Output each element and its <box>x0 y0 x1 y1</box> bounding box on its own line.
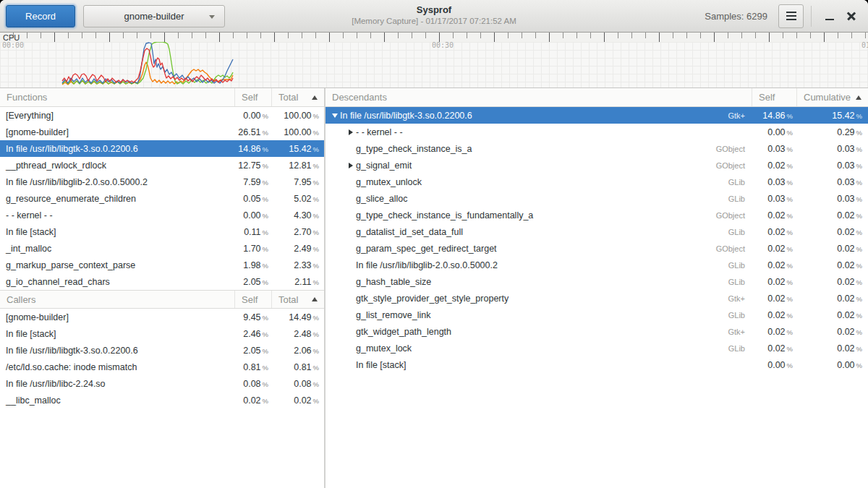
percent-sign: % <box>856 228 862 236</box>
percent-sign: % <box>263 347 268 355</box>
cumulative-percent: 0.03% <box>797 144 868 154</box>
total-percent: 2.33% <box>272 260 324 270</box>
percent-sign: % <box>787 145 793 153</box>
percent-sign: % <box>787 195 793 203</box>
table-row[interactable]: _int_malloc 1.70% 2.49% <box>0 240 324 257</box>
table-row[interactable]: [gnome-builder] 26.51% 100.00% <box>0 124 324 140</box>
self-percent: 0.02% <box>752 244 797 254</box>
total-percent: 0.02% <box>272 395 324 406</box>
table-row[interactable]: g_type_check_instance_is_fundamentally_a… <box>326 207 868 223</box>
table-row[interactable]: In file [stack] 0.00% 0.00% <box>326 356 868 373</box>
table-row[interactable]: In file /usr/lib/libc-2.24.so 0.08% 0.08… <box>0 375 324 392</box>
descendant-name: g_datalist_id_set_data_full <box>356 227 463 237</box>
cumulative-percent: 0.02% <box>797 310 868 320</box>
table-row[interactable]: g_signal_emit GObject 0.02% 0.03% <box>326 157 868 174</box>
table-row[interactable]: g_hash_table_size GLib 0.02% 0.02% <box>326 273 868 290</box>
menu-button[interactable] <box>778 4 804 28</box>
table-row[interactable]: g_markup_parse_context_parse 1.98% 2.33% <box>0 257 324 273</box>
expander-icon[interactable] <box>346 129 356 135</box>
table-row[interactable]: In file /usr/lib/libglib-2.0.so.0.5000.2… <box>0 174 324 190</box>
column-header-self[interactable]: Self <box>235 88 272 106</box>
percent-sign: % <box>313 330 319 338</box>
percent-sign: % <box>263 179 268 187</box>
target-selector-dropdown[interactable]: gnome-builder <box>83 5 225 27</box>
record-button[interactable]: Record <box>6 5 75 27</box>
column-header-callers[interactable]: Callers <box>0 291 235 308</box>
table-row[interactable]: g_list_remove_link GLib 0.02% 0.02% <box>326 307 868 323</box>
table-row[interactable]: g_type_check_instance_is_a GObject 0.03%… <box>326 140 868 157</box>
self-percent: 1.70% <box>235 244 272 254</box>
table-row[interactable]: g_io_channel_read_chars 2.05% 2.11% <box>0 273 324 290</box>
column-header-total[interactable]: Total <box>272 291 324 308</box>
percent-sign: % <box>313 262 319 270</box>
table-row[interactable]: g_resource_enumerate_children 0.05% 5.02… <box>0 190 324 207</box>
percent-sign: % <box>263 145 268 153</box>
self-percent: 0.81% <box>235 362 272 372</box>
sysprof-window: Record gnome-builder Sysprof [Memory Cap… <box>0 0 868 488</box>
column-header-descendants[interactable]: Descendants <box>326 88 752 106</box>
self-percent: 1.98% <box>235 260 272 270</box>
self-percent: 14.86% <box>752 111 797 121</box>
table-row[interactable]: In file /usr/lib/libgtk-3.so.0.2200.6 14… <box>0 140 324 157</box>
descendant-name: - - kernel - - <box>356 127 403 137</box>
table-row[interactable]: [gnome-builder] 9.45% 14.49% <box>0 309 324 325</box>
cpu-timeline[interactable]: CPU 00:00 00:30 01:00 <box>0 33 868 88</box>
table-row[interactable]: - - kernel - - 0.00% 0.29% <box>326 124 868 140</box>
percent-sign: % <box>263 262 268 270</box>
self-percent: 2.05% <box>235 346 272 356</box>
table-row[interactable]: g_mutex_unlock GLib 0.03% 0.03% <box>326 174 868 190</box>
total-percent: 2.49% <box>272 244 324 254</box>
time-label-end: 01:00 <box>861 41 868 49</box>
cumulative-percent: 0.03% <box>797 177 868 187</box>
percent-sign: % <box>856 195 862 203</box>
self-percent: 2.05% <box>235 277 272 287</box>
table-row[interactable]: __libc_malloc 0.02% 0.02% <box>0 392 324 408</box>
table-row[interactable]: gtk_widget_path_length Gtk+ 0.02% 0.02% <box>326 323 868 340</box>
minimize-button[interactable] <box>819 4 841 28</box>
percent-sign: % <box>856 145 862 153</box>
percent-sign: % <box>263 397 268 405</box>
library-badge: GLib <box>702 228 752 236</box>
table-row[interactable]: In file /usr/lib/libgtk-3.so.0.2200.6 2.… <box>0 342 324 359</box>
table-row[interactable]: In file /usr/lib/libglib-2.0.so.0.5000.2… <box>326 257 868 273</box>
table-row[interactable]: [Everything] 0.00% 100.00% <box>0 107 324 124</box>
close-button[interactable] <box>841 4 862 28</box>
column-header-cumulative[interactable]: Cumulative <box>797 88 868 106</box>
cpu-line-green <box>62 42 233 84</box>
table-row[interactable]: - - kernel - - 0.00% 4.30% <box>0 207 324 223</box>
percent-sign: % <box>787 112 793 120</box>
close-icon <box>846 11 856 21</box>
function-name: g_io_channel_read_chars <box>0 277 235 287</box>
table-row[interactable]: gtk_style_provider_get_style_property Gt… <box>326 290 868 307</box>
table-row[interactable]: g_param_spec_get_redirect_target GObject… <box>326 240 868 257</box>
self-percent: 0.00% <box>752 127 797 137</box>
time-label-middle: 00:30 <box>432 41 454 49</box>
function-name: [gnome-builder] <box>0 127 235 137</box>
library-badge: GObject <box>702 244 752 253</box>
descendant-name: g_list_remove_link <box>356 310 431 320</box>
table-row[interactable]: In file [stack] 0.11% 2.70% <box>0 223 324 240</box>
descendant-name: g_type_check_instance_is_fundamentally_a <box>356 210 533 221</box>
table-row[interactable]: __pthread_rwlock_rdlock 12.75% 12.81% <box>0 157 324 174</box>
total-percent: 15.42% <box>272 144 324 154</box>
expander-icon[interactable] <box>330 114 340 118</box>
column-header-total[interactable]: Total <box>272 88 324 106</box>
table-row[interactable]: In file [stack] 2.46% 2.48% <box>0 325 324 342</box>
column-header-functions[interactable]: Functions <box>0 88 235 106</box>
column-header-self[interactable]: Self <box>235 291 272 308</box>
function-name: g_resource_enumerate_children <box>0 194 235 204</box>
table-row[interactable]: In file /usr/lib/libgtk-3.so.0.2200.6 Gt… <box>326 107 868 124</box>
library-badge: GObject <box>702 161 752 170</box>
table-row[interactable]: g_datalist_id_set_data_full GLib 0.02% 0… <box>326 223 868 240</box>
table-row[interactable]: g_slice_alloc GLib 0.03% 0.03% <box>326 190 868 207</box>
cumulative-percent: 0.00% <box>797 360 868 370</box>
column-header-self[interactable]: Self <box>752 88 797 106</box>
self-percent: 0.02% <box>752 160 797 171</box>
hamburger-icon <box>786 15 796 17</box>
header-actions: Samples: 6299 <box>705 4 862 28</box>
percent-sign: % <box>787 212 793 220</box>
table-row[interactable]: /etc/ld.so.cache: inode mismatch 0.81% 0… <box>0 359 324 375</box>
table-row[interactable]: g_mutex_lock GLib 0.02% 0.02% <box>326 340 868 356</box>
cumulative-percent: 0.02% <box>797 260 868 270</box>
expander-icon[interactable] <box>346 163 356 168</box>
